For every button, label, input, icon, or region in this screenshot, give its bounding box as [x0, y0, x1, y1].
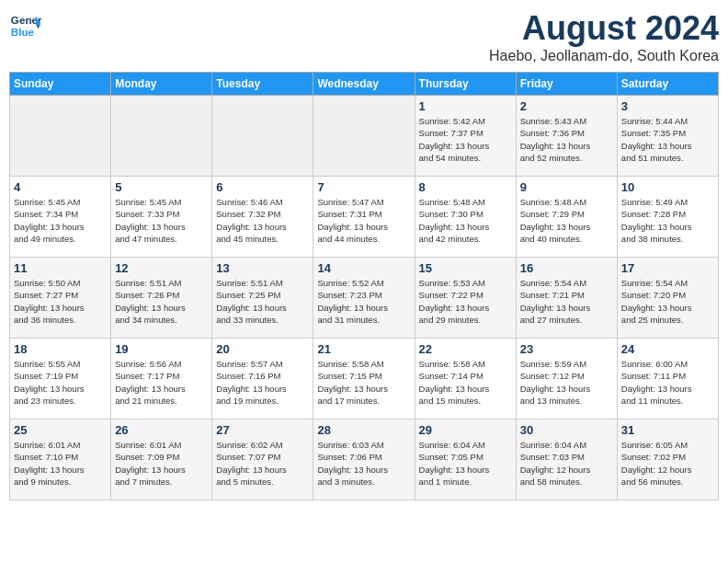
day-number: 1	[419, 99, 512, 113]
day-info: Sunrise: 6:01 AM Sunset: 7:10 PM Dayligh…	[14, 439, 107, 488]
day-info: Sunrise: 5:59 AM Sunset: 7:12 PM Dayligh…	[520, 358, 613, 407]
day-info: Sunrise: 5:47 AM Sunset: 7:31 PM Dayligh…	[317, 196, 410, 245]
day-number: 6	[216, 180, 309, 194]
day-number: 9	[520, 180, 613, 194]
header: General Blue August 2024 Haebo, Jeollana…	[9, 9, 719, 64]
weekday-header: Monday	[111, 73, 212, 96]
calendar-cell: 21Sunrise: 5:58 AM Sunset: 7:15 PM Dayli…	[313, 339, 415, 419]
day-number: 24	[621, 342, 714, 356]
day-info: Sunrise: 6:04 AM Sunset: 7:03 PM Dayligh…	[520, 439, 613, 488]
calendar-cell: 6Sunrise: 5:46 AM Sunset: 7:32 PM Daylig…	[212, 177, 313, 258]
calendar-cell: 4Sunrise: 5:45 AM Sunset: 7:34 PM Daylig…	[10, 177, 111, 258]
calendar-cell: 29Sunrise: 6:04 AM Sunset: 7:05 PM Dayli…	[415, 419, 516, 500]
calendar-cell: 23Sunrise: 5:59 AM Sunset: 7:12 PM Dayli…	[516, 339, 617, 419]
day-number: 29	[419, 423, 512, 437]
day-info: Sunrise: 6:05 AM Sunset: 7:02 PM Dayligh…	[621, 439, 714, 488]
day-info: Sunrise: 5:48 AM Sunset: 7:30 PM Dayligh…	[419, 196, 512, 245]
day-number: 2	[520, 99, 613, 113]
day-number: 7	[317, 180, 410, 194]
day-info: Sunrise: 5:54 AM Sunset: 7:20 PM Dayligh…	[621, 277, 714, 326]
calendar-cell: 2Sunrise: 5:43 AM Sunset: 7:36 PM Daylig…	[516, 96, 617, 177]
day-info: Sunrise: 5:52 AM Sunset: 7:23 PM Dayligh…	[317, 277, 410, 326]
day-info: Sunrise: 5:58 AM Sunset: 7:14 PM Dayligh…	[419, 358, 512, 407]
calendar-cell	[10, 96, 111, 177]
day-number: 12	[115, 261, 208, 275]
title-area: August 2024 Haebo, Jeollanam-do, South K…	[489, 9, 719, 64]
calendar-cell: 18Sunrise: 5:55 AM Sunset: 7:19 PM Dayli…	[10, 339, 111, 419]
calendar-table: SundayMondayTuesdayWednesdayThursdayFrid…	[9, 72, 719, 500]
calendar-cell: 9Sunrise: 5:48 AM Sunset: 7:29 PM Daylig…	[516, 177, 617, 258]
calendar-cell: 16Sunrise: 5:54 AM Sunset: 7:21 PM Dayli…	[516, 258, 617, 339]
day-info: Sunrise: 6:01 AM Sunset: 7:09 PM Dayligh…	[115, 439, 208, 488]
calendar-cell: 12Sunrise: 5:51 AM Sunset: 7:26 PM Dayli…	[111, 258, 212, 339]
calendar-cell: 31Sunrise: 6:05 AM Sunset: 7:02 PM Dayli…	[617, 419, 718, 500]
calendar-cell: 30Sunrise: 6:04 AM Sunset: 7:03 PM Dayli…	[516, 419, 617, 500]
day-info: Sunrise: 6:02 AM Sunset: 7:07 PM Dayligh…	[216, 439, 309, 488]
calendar-cell: 17Sunrise: 5:54 AM Sunset: 7:20 PM Dayli…	[617, 258, 718, 339]
day-number: 27	[216, 423, 309, 437]
day-number: 5	[115, 180, 208, 194]
calendar-cell	[313, 96, 415, 177]
month-title: August 2024	[489, 9, 719, 48]
day-number: 3	[621, 99, 714, 113]
calendar-cell: 19Sunrise: 5:56 AM Sunset: 7:17 PM Dayli…	[111, 339, 212, 419]
day-info: Sunrise: 5:50 AM Sunset: 7:27 PM Dayligh…	[14, 277, 107, 326]
day-number: 20	[216, 342, 309, 356]
weekday-header: Sunday	[10, 73, 111, 96]
calendar-cell: 11Sunrise: 5:50 AM Sunset: 7:27 PM Dayli…	[10, 258, 111, 339]
calendar-cell: 13Sunrise: 5:51 AM Sunset: 7:25 PM Dayli…	[212, 258, 313, 339]
calendar-cell: 10Sunrise: 5:49 AM Sunset: 7:28 PM Dayli…	[617, 177, 718, 258]
day-info: Sunrise: 5:53 AM Sunset: 7:22 PM Dayligh…	[419, 277, 512, 326]
day-number: 13	[216, 261, 309, 275]
day-info: Sunrise: 5:42 AM Sunset: 7:37 PM Dayligh…	[419, 115, 512, 164]
day-number: 8	[419, 180, 512, 194]
day-info: Sunrise: 5:44 AM Sunset: 7:35 PM Dayligh…	[621, 115, 714, 164]
day-info: Sunrise: 5:54 AM Sunset: 7:21 PM Dayligh…	[520, 277, 613, 326]
subtitle: Haebo, Jeollanam-do, South Korea	[489, 48, 719, 64]
logo: General Blue	[9, 9, 42, 42]
calendar-cell: 20Sunrise: 5:57 AM Sunset: 7:16 PM Dayli…	[212, 339, 313, 419]
weekday-header: Wednesday	[313, 73, 415, 96]
weekday-header: Tuesday	[212, 73, 313, 96]
svg-marker-3	[36, 24, 40, 29]
day-info: Sunrise: 5:51 AM Sunset: 7:26 PM Dayligh…	[115, 277, 208, 326]
day-number: 11	[14, 261, 107, 275]
svg-text:Blue: Blue	[11, 26, 35, 38]
day-info: Sunrise: 5:56 AM Sunset: 7:17 PM Dayligh…	[115, 358, 208, 407]
weekday-header: Friday	[516, 73, 617, 96]
calendar-cell: 3Sunrise: 5:44 AM Sunset: 7:35 PM Daylig…	[617, 96, 718, 177]
day-number: 25	[14, 423, 107, 437]
calendar-cell: 8Sunrise: 5:48 AM Sunset: 7:30 PM Daylig…	[415, 177, 516, 258]
calendar-cell: 1Sunrise: 5:42 AM Sunset: 7:37 PM Daylig…	[415, 96, 516, 177]
weekday-header: Saturday	[617, 73, 718, 96]
calendar-cell: 25Sunrise: 6:01 AM Sunset: 7:10 PM Dayli…	[10, 419, 111, 500]
day-info: Sunrise: 5:55 AM Sunset: 7:19 PM Dayligh…	[14, 358, 107, 407]
day-info: Sunrise: 5:45 AM Sunset: 7:34 PM Dayligh…	[14, 196, 107, 245]
calendar-cell: 5Sunrise: 5:45 AM Sunset: 7:33 PM Daylig…	[111, 177, 212, 258]
day-number: 4	[14, 180, 107, 194]
day-number: 31	[621, 423, 714, 437]
day-info: Sunrise: 5:51 AM Sunset: 7:25 PM Dayligh…	[216, 277, 309, 326]
day-info: Sunrise: 5:46 AM Sunset: 7:32 PM Dayligh…	[216, 196, 309, 245]
day-info: Sunrise: 5:49 AM Sunset: 7:28 PM Dayligh…	[621, 196, 714, 245]
day-info: Sunrise: 5:58 AM Sunset: 7:15 PM Dayligh…	[317, 358, 410, 407]
day-number: 17	[621, 261, 714, 275]
logo-icon: General Blue	[9, 9, 42, 42]
day-info: Sunrise: 6:03 AM Sunset: 7:06 PM Dayligh…	[317, 439, 410, 488]
day-info: Sunrise: 5:45 AM Sunset: 7:33 PM Dayligh…	[115, 196, 208, 245]
day-number: 21	[317, 342, 410, 356]
calendar-cell: 15Sunrise: 5:53 AM Sunset: 7:22 PM Dayli…	[415, 258, 516, 339]
day-number: 30	[520, 423, 613, 437]
day-number: 22	[419, 342, 512, 356]
day-info: Sunrise: 5:57 AM Sunset: 7:16 PM Dayligh…	[216, 358, 309, 407]
day-info: Sunrise: 6:04 AM Sunset: 7:05 PM Dayligh…	[419, 439, 512, 488]
day-number: 10	[621, 180, 714, 194]
day-info: Sunrise: 5:43 AM Sunset: 7:36 PM Dayligh…	[520, 115, 613, 164]
calendar-cell: 7Sunrise: 5:47 AM Sunset: 7:31 PM Daylig…	[313, 177, 415, 258]
day-number: 28	[317, 423, 410, 437]
calendar-cell: 26Sunrise: 6:01 AM Sunset: 7:09 PM Dayli…	[111, 419, 212, 500]
calendar-cell: 28Sunrise: 6:03 AM Sunset: 7:06 PM Dayli…	[313, 419, 415, 500]
day-number: 18	[14, 342, 107, 356]
calendar-cell	[212, 96, 313, 177]
weekday-header: Thursday	[415, 73, 516, 96]
